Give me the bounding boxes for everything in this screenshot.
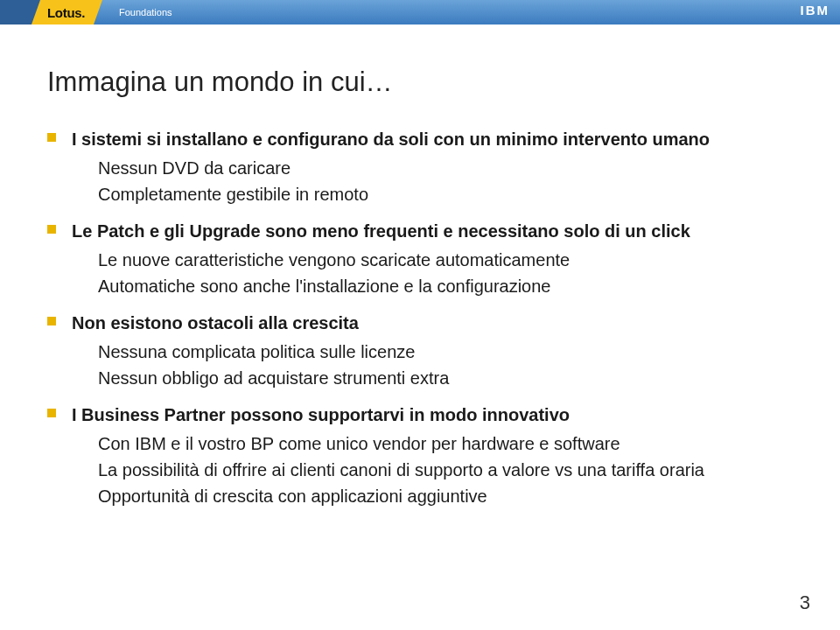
bullet-subs: Nessuna complicata politica sulle licenz… bbox=[72, 339, 793, 391]
lotus-label: Lotus. bbox=[47, 5, 85, 20]
bullet-main: I Business Partner possono supportarvi i… bbox=[72, 403, 793, 427]
bullet-list: I sistemi si installano e configurano da… bbox=[47, 128, 793, 509]
bullet-sub: Automatiche sono anche l'installazione e… bbox=[72, 273, 793, 299]
page-number: 3 bbox=[800, 592, 810, 614]
bullet-item: I Business Partner possono supportarvi i… bbox=[47, 403, 793, 509]
bullet-sub: Nessuna complicata politica sulle licenz… bbox=[72, 339, 793, 365]
ibm-logo: IBM bbox=[801, 3, 830, 18]
header-bar: Lotus. Foundations IBM bbox=[0, 0, 840, 24]
bullet-subs: Con IBM e il vostro BP come unico vendor… bbox=[72, 430, 793, 509]
bullet-item: Non esistono ostacoli alla crescita Ness… bbox=[47, 312, 793, 391]
bullet-sub: Opportunità di crescita con applicazioni… bbox=[72, 483, 793, 509]
bullet-item: I sistemi si installano e configurano da… bbox=[47, 128, 793, 207]
bullet-item: Le Patch e gli Upgrade sono meno frequen… bbox=[47, 220, 793, 299]
bullet-sub: Completamente gestibile in remoto bbox=[72, 181, 793, 207]
slide-content: Immagina un mondo in cui… I sistemi si i… bbox=[0, 24, 840, 539]
bullet-subs: Le nuove caratteristiche vengono scarica… bbox=[72, 247, 793, 299]
bullet-sub: La possibilità di offrire ai clienti can… bbox=[72, 457, 793, 483]
bullet-main: I sistemi si installano e configurano da… bbox=[72, 128, 793, 151]
bullet-subs: Nessun DVD da caricare Completamente ges… bbox=[72, 155, 793, 207]
foundations-label: Foundations bbox=[112, 0, 172, 24]
bullet-sub: Con IBM e il vostro BP come unico vendor… bbox=[72, 430, 793, 457]
slide-title: Immagina un mondo in cui… bbox=[47, 66, 793, 98]
bullet-main: Le Patch e gli Upgrade sono meno frequen… bbox=[72, 220, 793, 243]
bullet-main: Non esistono ostacoli alla crescita bbox=[72, 312, 793, 335]
lotus-badge: Lotus. bbox=[40, 0, 94, 24]
bullet-sub: Nessun obbligo ad acquistare strumenti e… bbox=[72, 365, 793, 391]
bullet-sub: Nessun DVD da caricare bbox=[72, 155, 793, 181]
bullet-sub: Le nuove caratteristiche vengono scarica… bbox=[72, 247, 793, 273]
